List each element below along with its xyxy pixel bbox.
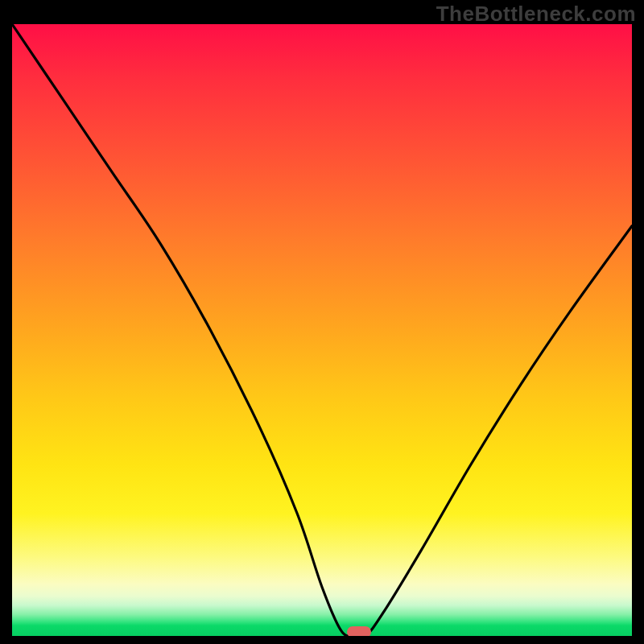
bottleneck-curve <box>12 24 632 636</box>
watermark-text: TheBottleneck.com <box>436 2 636 27</box>
optimal-point-marker <box>347 626 371 636</box>
chart-frame: TheBottleneck.com <box>0 0 644 644</box>
plot-area <box>12 24 632 636</box>
